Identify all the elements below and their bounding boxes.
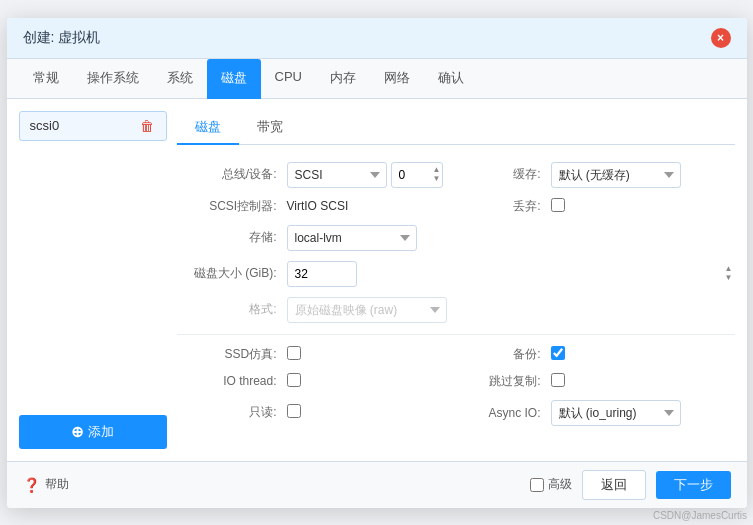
bus-select[interactable]: SCSI (287, 162, 387, 188)
io-thread-label: IO thread: (177, 374, 287, 388)
scsi-controller-text: VirtIO SCSI (287, 199, 349, 213)
skip-replication-value (551, 373, 735, 390)
tab-network[interactable]: 网络 (370, 59, 424, 99)
skip-replication-label: 跳过复制: (471, 373, 551, 390)
disk-delete-button[interactable]: 🗑 (138, 118, 156, 134)
tab-os[interactable]: 操作系统 (73, 59, 153, 99)
footer-actions: 高级 返回 下一步 (530, 470, 731, 500)
inner-tab-bar: 磁盘 带宽 (177, 111, 735, 145)
cache-value: 默认 (无缓存) (551, 162, 735, 188)
add-label: 添加 (88, 423, 114, 441)
ssd-label: SSD仿真: (177, 346, 287, 363)
tab-bar: 常规 操作系统 系统 磁盘 CPU 内存 网络 确认 (7, 59, 747, 99)
device-down-arrow[interactable]: ▼ (433, 175, 441, 183)
device-number-arrows: ▲ ▼ (433, 166, 441, 183)
async-io-value: 默认 (io_uring) (551, 400, 735, 426)
back-button[interactable]: 返回 (582, 470, 646, 500)
readonly-label: 只读: (177, 404, 287, 421)
discard-checkbox[interactable] (551, 198, 565, 212)
async-io-label: Async IO: (471, 406, 551, 420)
next-button[interactable]: 下一步 (656, 471, 731, 499)
scsi-controller-value: VirtIO SCSI (287, 199, 471, 213)
dialog-footer: ❓ 帮助 高级 返回 下一步 (7, 461, 747, 508)
tab-general[interactable]: 常规 (19, 59, 73, 99)
disk-item-label: scsi0 (30, 118, 60, 133)
tab-cpu[interactable]: CPU (261, 59, 316, 99)
readonly-checkbox[interactable] (287, 404, 301, 418)
ssd-value (287, 346, 471, 363)
discard-value (551, 198, 735, 215)
device-up-arrow[interactable]: ▲ (433, 166, 441, 174)
device-number-wrap: ▲ ▼ (391, 162, 443, 188)
bus-device-label: 总线/设备: (177, 166, 287, 183)
dialog-title: 创建: 虚拟机 (23, 29, 101, 47)
advanced-checkbox[interactable] (530, 478, 544, 492)
cache-select[interactable]: 默认 (无缓存) (551, 162, 681, 188)
format-value: 原始磁盘映像 (raw) (287, 297, 735, 323)
help-section[interactable]: ❓ 帮助 (23, 476, 69, 493)
io-thread-value (287, 373, 471, 390)
inner-tab-bandwidth[interactable]: 带宽 (239, 111, 301, 145)
tab-system[interactable]: 系统 (153, 59, 207, 99)
format-select[interactable]: 原始磁盘映像 (raw) (287, 297, 447, 323)
tab-memory[interactable]: 内存 (316, 59, 370, 99)
advanced-section: 高级 (530, 476, 572, 493)
add-disk-button[interactable]: ⊕ 添加 (19, 415, 167, 449)
bus-device-value: SCSI ▲ ▼ (287, 162, 471, 188)
form-divider (177, 334, 735, 335)
watermark: CSDN@JamesCurtis (653, 510, 747, 521)
io-thread-checkbox[interactable] (287, 373, 301, 387)
skip-replication-checkbox[interactable] (551, 373, 565, 387)
inner-tab-disk[interactable]: 磁盘 (177, 111, 239, 145)
help-label: 帮助 (45, 476, 69, 493)
format-label: 格式: (177, 301, 287, 318)
backup-label: 备份: (471, 346, 551, 363)
readonly-value (287, 404, 471, 421)
storage-value: local-lvm (287, 225, 735, 251)
create-vm-dialog: 创建: 虚拟机 × 常规 操作系统 系统 磁盘 CPU 内存 网络 确认 scs… (7, 18, 747, 508)
help-icon: ❓ (23, 477, 40, 493)
disk-item-scsi0: scsi0 🗑 (19, 111, 167, 141)
dialog-header: 创建: 虚拟机 × (7, 18, 747, 59)
backup-checkbox[interactable] (551, 346, 565, 360)
disk-size-input[interactable] (287, 261, 357, 287)
disk-size-down[interactable]: ▼ (725, 274, 733, 282)
close-button[interactable]: × (711, 28, 731, 48)
async-io-select[interactable]: 默认 (io_uring) (551, 400, 681, 426)
tab-disk[interactable]: 磁盘 (207, 59, 261, 99)
tab-confirm[interactable]: 确认 (424, 59, 478, 99)
ssd-checkbox[interactable] (287, 346, 301, 360)
discard-label: 丢弃: (471, 198, 551, 215)
dialog-body: scsi0 🗑 ⊕ 添加 磁盘 带宽 总线/设备: (7, 99, 747, 461)
cache-label: 缓存: (471, 166, 551, 183)
disk-size-value: ▲ ▼ (287, 261, 735, 287)
storage-label: 存储: (177, 229, 287, 246)
storage-select[interactable]: local-lvm (287, 225, 417, 251)
backup-value (551, 346, 735, 363)
left-panel: scsi0 🗑 ⊕ 添加 (19, 111, 167, 449)
advanced-label: 高级 (548, 476, 572, 493)
scsi-controller-label: SCSI控制器: (177, 198, 287, 215)
add-icon: ⊕ (71, 423, 84, 441)
disk-size-label: 磁盘大小 (GiB): (177, 265, 287, 282)
right-panel: 磁盘 带宽 总线/设备: SCSI (177, 111, 735, 449)
disk-size-arrows: ▲ ▼ (725, 265, 733, 282)
disk-size-up[interactable]: ▲ (725, 265, 733, 273)
